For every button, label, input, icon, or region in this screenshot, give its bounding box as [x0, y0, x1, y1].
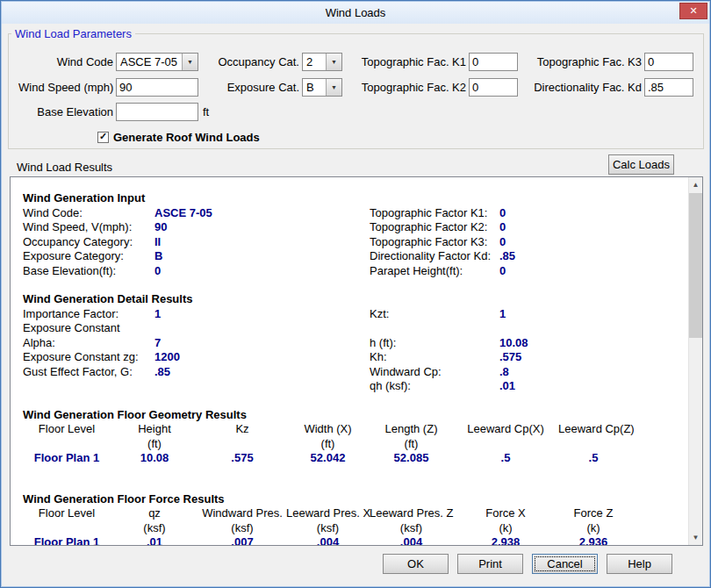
- ok-button[interactable]: OK: [383, 554, 449, 574]
- column-header: Force Z: [558, 506, 628, 521]
- exposure-cat-select[interactable]: B ▼: [302, 78, 342, 97]
- table-cell: Floor Plan 1: [23, 451, 111, 466]
- result-value: 10.08: [499, 336, 528, 349]
- result-label: Wind Code:: [23, 206, 154, 221]
- result-label: Topographic Factor K2:: [370, 220, 499, 235]
- cancel-button[interactable]: Cancel: [532, 554, 598, 574]
- column-header: Width (X): [286, 422, 370, 437]
- column-header: Leeward Pres. Z: [370, 506, 453, 521]
- topographic-k1-input[interactable]: [469, 53, 518, 71]
- result-value: .01: [499, 379, 515, 392]
- wind-speed-input[interactable]: [116, 78, 198, 97]
- result-row: Occupancy Category:IITopographic Factor …: [23, 235, 687, 250]
- scroll-down-button[interactable]: ▼: [689, 530, 702, 545]
- section-title-geometry: Wind Generation Floor Geometry Results: [23, 408, 687, 423]
- column-unit: (ksf): [370, 521, 453, 536]
- wind-speed-label: Wind Speed (mph): [18, 78, 113, 97]
- chevron-down-icon[interactable]: ▼: [326, 54, 341, 70]
- result-row: Importance Factor:1Kzt:1: [23, 307, 687, 322]
- results-scrollbar[interactable]: ▲ ▼: [688, 177, 702, 545]
- occupancy-cat-select[interactable]: 2 ▼: [302, 53, 342, 71]
- column-unit: [558, 437, 628, 452]
- force-units-row: (ksf) (ksf) (ksf) (ksf) (k) (k): [23, 521, 687, 536]
- column-unit: (ksf): [111, 521, 198, 536]
- result-label: Wind Speed, V(mph):: [23, 220, 154, 235]
- table-cell: .007: [198, 535, 286, 545]
- help-button[interactable]: Help: [607, 554, 672, 574]
- results-section-label: Wind Load Results: [17, 161, 112, 174]
- titlebar[interactable]: Wind Loads: [2, 2, 709, 24]
- result-row: qh (ksf):.01: [23, 379, 687, 394]
- generate-roof-checkbox-row[interactable]: ✓ Generate Roof Wind Loads: [97, 131, 260, 144]
- table-cell: 52.085: [370, 451, 453, 466]
- column-header: qz: [111, 506, 198, 521]
- result-label: Parapet Height(ft):: [370, 264, 499, 279]
- result-label: Topographic Factor K1:: [370, 206, 499, 221]
- column-header: Kz: [198, 422, 286, 437]
- result-value: 0: [499, 206, 506, 219]
- generate-roof-label: Generate Roof Wind Loads: [113, 131, 260, 144]
- column-header: Floor Level: [23, 422, 111, 437]
- table-cell: 2.938: [453, 535, 558, 545]
- table-cell: .575: [198, 451, 286, 466]
- section-title-input: Wind Generation Input: [23, 191, 687, 206]
- topographic-k3-input[interactable]: [644, 53, 693, 71]
- column-header: Force X: [453, 506, 558, 521]
- wind-code-label: Wind Code: [18, 53, 113, 71]
- column-unit: [23, 437, 111, 452]
- result-row: Wind Speed, V(mph):90Topographic Factor …: [23, 220, 687, 235]
- column-unit: [23, 521, 111, 536]
- close-icon: ✕: [689, 6, 697, 16]
- exposure-cat-label: Exposure Cat.: [208, 78, 299, 97]
- scroll-down-icon: ▼: [693, 534, 700, 541]
- table-cell: .5: [558, 451, 628, 466]
- result-row: Gust Effect Factor, G:.85Windward Cp:.8: [23, 365, 687, 380]
- section-title-force: Wind Generation Floor Force Results: [23, 492, 687, 507]
- column-unit: (ft): [370, 437, 453, 452]
- check-icon: ✓: [99, 132, 107, 141]
- calc-loads-button[interactable]: Calc Loads: [608, 154, 674, 175]
- chevron-down-icon[interactable]: ▼: [326, 79, 341, 96]
- column-header: Leeward Cp(X): [453, 422, 558, 437]
- topographic-k1-label: Topographic Fac. K1: [359, 53, 466, 71]
- wind-code-value: ASCE 7-05: [117, 54, 182, 70]
- chevron-down-icon[interactable]: ▼: [182, 54, 198, 70]
- generate-roof-checkbox[interactable]: ✓: [97, 132, 109, 143]
- result-label: Exposure Category:: [23, 249, 154, 264]
- close-button[interactable]: ✕: [679, 3, 707, 19]
- force-header-row: Floor Level qz Windward Pres. Leeward Pr…: [23, 506, 687, 521]
- occupancy-cat-value: 2: [303, 54, 326, 70]
- table-cell: 10.08: [111, 451, 198, 466]
- section-title-detail: Wind Generation Detail Results: [23, 292, 687, 307]
- result-value: .85: [499, 249, 515, 262]
- table-cell: .01: [111, 535, 198, 545]
- base-elevation-label: Base Elevation: [18, 103, 113, 121]
- geometry-units-row: (ft) (ft) (ft): [23, 437, 687, 452]
- base-elevation-input[interactable]: [116, 103, 198, 121]
- column-unit: (ksf): [286, 521, 370, 536]
- topographic-k2-input[interactable]: [469, 78, 518, 97]
- result-row: Exposure Constant zg:1200Kh:.575: [23, 350, 687, 365]
- table-cell: Floor Plan 1: [23, 535, 111, 545]
- occupancy-cat-label: Occupancy Cat.: [208, 53, 299, 71]
- column-header: Leeward Pres. X: [286, 506, 370, 521]
- topographic-k3-label: Topographic Fac. K3: [531, 53, 642, 71]
- directionality-kd-input[interactable]: [644, 78, 693, 97]
- column-unit: (ksf): [198, 521, 286, 536]
- exposure-cat-value: B: [303, 79, 326, 96]
- column-header: Length (Z): [370, 422, 453, 437]
- scroll-up-icon: ▲: [693, 181, 700, 189]
- result-row: Exposure Constant Alpha:7h (ft):10.08: [23, 321, 687, 350]
- results-content: Wind Generation Input Wind Code:ASCE 7-0…: [11, 177, 687, 545]
- table-cell: 2.936: [558, 535, 628, 545]
- column-header: Windward Pres.: [198, 506, 286, 521]
- scroll-up-button[interactable]: ▲: [689, 177, 702, 192]
- result-value: II: [154, 235, 370, 250]
- result-label: Gust Effect Factor, G:: [23, 365, 154, 380]
- result-value: B: [154, 249, 370, 264]
- wind-code-select[interactable]: ASCE 7-05 ▼: [116, 53, 198, 71]
- result-label: Windward Cp:: [370, 365, 499, 380]
- scrollbar-thumb[interactable]: [689, 193, 702, 338]
- table-cell: 52.042: [286, 451, 370, 466]
- print-button[interactable]: Print: [457, 554, 523, 574]
